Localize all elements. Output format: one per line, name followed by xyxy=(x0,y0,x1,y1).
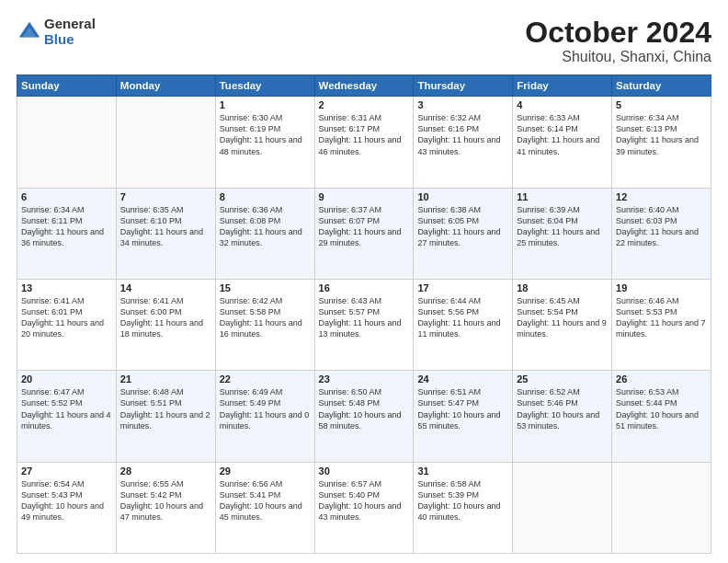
calendar-week-row: 1Sunrise: 6:30 AM Sunset: 6:19 PM Daylig… xyxy=(17,97,711,188)
day-number: 6 xyxy=(21,191,112,202)
table-row xyxy=(612,462,711,553)
day-info: Sunrise: 6:30 AM Sunset: 6:19 PM Dayligh… xyxy=(220,112,311,157)
day-number: 13 xyxy=(21,282,112,293)
table-row: 8Sunrise: 6:36 AM Sunset: 6:08 PM Daylig… xyxy=(215,188,314,279)
day-info: Sunrise: 6:45 AM Sunset: 5:54 PM Dayligh… xyxy=(517,295,608,340)
calendar-week-row: 13Sunrise: 6:41 AM Sunset: 6:01 PM Dayli… xyxy=(17,279,711,370)
table-row: 26Sunrise: 6:53 AM Sunset: 5:44 PM Dayli… xyxy=(612,371,711,462)
day-number: 14 xyxy=(120,282,211,293)
table-row: 7Sunrise: 6:35 AM Sunset: 6:10 PM Daylig… xyxy=(116,188,215,279)
calendar-week-row: 27Sunrise: 6:54 AM Sunset: 5:43 PM Dayli… xyxy=(17,462,711,553)
day-number: 12 xyxy=(616,191,707,202)
day-info: Sunrise: 6:41 AM Sunset: 6:01 PM Dayligh… xyxy=(21,295,112,340)
col-thursday: Thursday xyxy=(414,75,513,97)
table-row: 25Sunrise: 6:52 AM Sunset: 5:46 PM Dayli… xyxy=(513,371,612,462)
day-number: 2 xyxy=(319,99,410,110)
day-info: Sunrise: 6:53 AM Sunset: 5:44 PM Dayligh… xyxy=(616,386,707,431)
col-monday: Monday xyxy=(116,75,215,97)
table-row: 20Sunrise: 6:47 AM Sunset: 5:52 PM Dayli… xyxy=(17,371,117,462)
table-row: 1Sunrise: 6:30 AM Sunset: 6:19 PM Daylig… xyxy=(215,97,314,188)
title-block: October 2024 Shuitou, Shanxi, China xyxy=(525,17,711,65)
table-row xyxy=(116,97,215,188)
day-info: Sunrise: 6:34 AM Sunset: 6:13 PM Dayligh… xyxy=(616,112,707,157)
day-info: Sunrise: 6:55 AM Sunset: 5:42 PM Dayligh… xyxy=(120,478,211,523)
col-wednesday: Wednesday xyxy=(314,75,414,97)
calendar-week-row: 20Sunrise: 6:47 AM Sunset: 5:52 PM Dayli… xyxy=(17,371,711,462)
day-info: Sunrise: 6:51 AM Sunset: 5:47 PM Dayligh… xyxy=(417,386,508,431)
table-row: 16Sunrise: 6:43 AM Sunset: 5:57 PM Dayli… xyxy=(314,279,414,370)
day-info: Sunrise: 6:44 AM Sunset: 5:56 PM Dayligh… xyxy=(417,295,508,340)
day-number: 10 xyxy=(417,191,508,202)
day-info: Sunrise: 6:54 AM Sunset: 5:43 PM Dayligh… xyxy=(21,478,112,523)
day-number: 21 xyxy=(120,373,211,385)
day-info: Sunrise: 6:40 AM Sunset: 6:03 PM Dayligh… xyxy=(616,204,707,249)
page: General Blue October 2024 Shuitou, Shanx… xyxy=(0,0,728,563)
day-info: Sunrise: 6:46 AM Sunset: 5:53 PM Dayligh… xyxy=(616,295,707,340)
logo-text: General Blue xyxy=(44,17,96,47)
table-row: 23Sunrise: 6:50 AM Sunset: 5:48 PM Dayli… xyxy=(314,371,414,462)
day-number: 30 xyxy=(319,465,410,477)
day-number: 8 xyxy=(220,191,311,202)
logo-blue-text: Blue xyxy=(44,32,96,48)
table-row xyxy=(17,97,117,188)
day-number: 23 xyxy=(319,373,410,385)
day-info: Sunrise: 6:43 AM Sunset: 5:57 PM Dayligh… xyxy=(319,295,410,340)
day-info: Sunrise: 6:58 AM Sunset: 5:39 PM Dayligh… xyxy=(417,478,508,523)
day-number: 29 xyxy=(220,465,311,477)
table-row: 24Sunrise: 6:51 AM Sunset: 5:47 PM Dayli… xyxy=(414,371,513,462)
day-number: 28 xyxy=(120,465,211,477)
day-number: 31 xyxy=(417,465,508,477)
calendar-week-row: 6Sunrise: 6:34 AM Sunset: 6:11 PM Daylig… xyxy=(17,188,711,279)
day-number: 3 xyxy=(417,99,508,110)
day-info: Sunrise: 6:57 AM Sunset: 5:40 PM Dayligh… xyxy=(319,478,410,523)
day-number: 26 xyxy=(616,373,707,385)
table-row: 27Sunrise: 6:54 AM Sunset: 5:43 PM Dayli… xyxy=(17,462,117,553)
day-info: Sunrise: 6:34 AM Sunset: 6:11 PM Dayligh… xyxy=(21,204,112,249)
table-row: 19Sunrise: 6:46 AM Sunset: 5:53 PM Dayli… xyxy=(612,279,711,370)
day-info: Sunrise: 6:39 AM Sunset: 6:04 PM Dayligh… xyxy=(517,204,608,249)
day-info: Sunrise: 6:49 AM Sunset: 5:49 PM Dayligh… xyxy=(220,386,311,431)
table-row: 2Sunrise: 6:31 AM Sunset: 6:17 PM Daylig… xyxy=(314,97,414,188)
table-row: 13Sunrise: 6:41 AM Sunset: 6:01 PM Dayli… xyxy=(17,279,117,370)
table-row xyxy=(513,462,612,553)
table-row: 30Sunrise: 6:57 AM Sunset: 5:40 PM Dayli… xyxy=(314,462,414,553)
main-title: October 2024 xyxy=(525,17,711,49)
day-info: Sunrise: 6:31 AM Sunset: 6:17 PM Dayligh… xyxy=(319,112,410,157)
calendar-header-row: Sunday Monday Tuesday Wednesday Thursday… xyxy=(17,75,711,97)
day-info: Sunrise: 6:56 AM Sunset: 5:41 PM Dayligh… xyxy=(220,478,311,523)
col-tuesday: Tuesday xyxy=(215,75,314,97)
table-row: 3Sunrise: 6:32 AM Sunset: 6:16 PM Daylig… xyxy=(414,97,513,188)
day-number: 24 xyxy=(417,373,508,385)
day-info: Sunrise: 6:37 AM Sunset: 6:07 PM Dayligh… xyxy=(319,204,410,249)
logo: General Blue xyxy=(17,17,96,47)
table-row: 9Sunrise: 6:37 AM Sunset: 6:07 PM Daylig… xyxy=(314,188,414,279)
day-number: 4 xyxy=(517,99,608,110)
day-number: 19 xyxy=(616,282,707,293)
day-number: 22 xyxy=(220,373,311,385)
col-sunday: Sunday xyxy=(17,75,117,97)
table-row: 6Sunrise: 6:34 AM Sunset: 6:11 PM Daylig… xyxy=(17,188,117,279)
table-row: 4Sunrise: 6:33 AM Sunset: 6:14 PM Daylig… xyxy=(513,97,612,188)
table-row: 11Sunrise: 6:39 AM Sunset: 6:04 PM Dayli… xyxy=(513,188,612,279)
day-info: Sunrise: 6:38 AM Sunset: 6:05 PM Dayligh… xyxy=(417,204,508,249)
day-info: Sunrise: 6:42 AM Sunset: 5:58 PM Dayligh… xyxy=(220,295,311,340)
day-number: 5 xyxy=(616,99,707,110)
logo-icon xyxy=(17,19,42,45)
day-number: 1 xyxy=(220,99,311,110)
table-row: 29Sunrise: 6:56 AM Sunset: 5:41 PM Dayli… xyxy=(215,462,314,553)
table-row: 15Sunrise: 6:42 AM Sunset: 5:58 PM Dayli… xyxy=(215,279,314,370)
table-row: 18Sunrise: 6:45 AM Sunset: 5:54 PM Dayli… xyxy=(513,279,612,370)
calendar-table: Sunday Monday Tuesday Wednesday Thursday… xyxy=(17,75,711,554)
day-number: 15 xyxy=(220,282,311,293)
day-info: Sunrise: 6:50 AM Sunset: 5:48 PM Dayligh… xyxy=(319,386,410,431)
day-info: Sunrise: 6:47 AM Sunset: 5:52 PM Dayligh… xyxy=(21,386,112,431)
day-info: Sunrise: 6:36 AM Sunset: 6:08 PM Dayligh… xyxy=(220,204,311,249)
table-row: 12Sunrise: 6:40 AM Sunset: 6:03 PM Dayli… xyxy=(612,188,711,279)
logo-general-text: General xyxy=(44,17,96,32)
day-info: Sunrise: 6:48 AM Sunset: 5:51 PM Dayligh… xyxy=(120,386,211,431)
day-number: 7 xyxy=(120,191,211,202)
table-row: 31Sunrise: 6:58 AM Sunset: 5:39 PM Dayli… xyxy=(414,462,513,553)
day-info: Sunrise: 6:35 AM Sunset: 6:10 PM Dayligh… xyxy=(120,204,211,249)
table-row: 10Sunrise: 6:38 AM Sunset: 6:05 PM Dayli… xyxy=(414,188,513,279)
day-number: 16 xyxy=(319,282,410,293)
